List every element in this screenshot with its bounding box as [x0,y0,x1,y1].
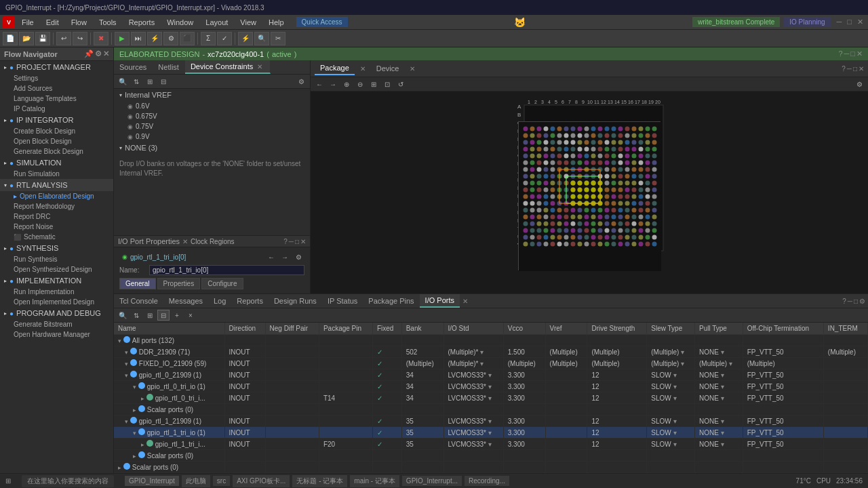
slew-dropdown[interactable]: ▾ [681,360,684,367]
section-title-sim[interactable]: ▸ ● SIMULATION [0,157,113,169]
flow-gen-bitstream[interactable]: Generate Bitstream [0,319,113,329]
expand-toggle[interactable]: ▸ [118,464,121,471]
table-row[interactable]: ▸ Scalar ports (0) [114,462,868,473]
table-row[interactable]: ▾ gpio_rtl_0_tri_io (1)INOUT✓34LVCMOS33*… [114,381,868,392]
internal-vref-group[interactable]: ▾ Internal VREF [114,89,310,101]
prop-tab-properties[interactable]: Properties [157,278,201,289]
step-btn[interactable]: ⏭ [131,32,146,45]
check-btn[interactable]: ✓ [217,32,232,45]
io-props-close2[interactable]: ✕ [300,238,306,245]
flow-gen-block[interactable]: Generate Block Design [0,146,113,157]
slew-dropdown[interactable]: ▾ [673,394,677,402]
col-neg-diff[interactable]: Neg Diff Pair [265,323,319,335]
io-planning-btn[interactable]: IO Planning [784,17,830,27]
expand-toggle[interactable]: ▾ [125,372,128,379]
panel-minimize[interactable]: ─ [835,18,844,26]
section-title-prog[interactable]: ▸ ● PROGRAM AND DEBUG [0,307,113,319]
col-drive[interactable]: Drive Strength [587,323,647,335]
menu-edit[interactable]: Edit [41,17,64,28]
flow-report-method[interactable]: Report Methodology [0,201,113,211]
flow-add-sources[interactable]: Add Sources [0,83,113,94]
pkg-minimize[interactable]: ─ [847,65,852,73]
tab-device[interactable]: Device [371,62,405,75]
table-row[interactable]: ▾ gpio_rtl_0_21909 (1)INOUT✓34LVCMOS33* … [114,369,868,381]
voltage-09[interactable]: ◉ 0.9V [114,131,310,142]
table-row[interactable]: ▾ All ports (132) [114,335,868,346]
flow-report-drc[interactable]: Report DRC [0,211,113,222]
name-input[interactable]: gpio_rtl_1_tri_io[0] [149,265,304,275]
bottom-float[interactable]: □ [854,298,858,305]
slew-dropdown[interactable]: ▾ [673,418,677,425]
table-row[interactable]: ▸ Scalar ports (0) [114,450,868,462]
stop-btn[interactable]: ✖ [94,32,108,45]
bottom-settings[interactable]: ⚙ [859,298,865,305]
synth-btn[interactable]: ⚡ [147,32,162,45]
table-row[interactable]: ▾ FIXED_IO_21909 (59)INOUT✓(Multiple)(Mu… [114,358,868,369]
taskbar-gpio[interactable]: GPIO_Interrupt [125,476,179,486]
section-title-ip[interactable]: ▸ ● IP INTEGRATOR [0,114,113,126]
col-offchip[interactable]: Off-Chip Termination [743,323,823,335]
device-tab-close[interactable]: ✕ [410,65,415,73]
redo-btn[interactable]: ↪ [73,32,87,45]
flow-ip-catalog[interactable]: IP Catalog [0,104,113,114]
slew-dropdown[interactable]: ▾ [673,429,677,436]
section-title-impl[interactable]: ▸ ● IMPLEMENTATION [0,274,113,287]
none-folder[interactable]: ▾ NONE (3) [114,142,310,154]
table-row[interactable]: ▸ gpio_rtl_1_tri_i...INOUTF20✓35LVCMOS33… [114,439,868,450]
write-bitstream-btn[interactable]: write_bitstream Complete [692,17,780,27]
flow-open-elab[interactable]: ▸ Open Elaborated Design [0,191,113,201]
prop-tab-general[interactable]: General [119,278,156,289]
sort-constraints[interactable]: ⇅ [130,76,142,87]
pull-dropdown[interactable]: ▾ [721,371,724,379]
io-std-dropdown[interactable]: ▾ [488,371,492,379]
save-btn[interactable]: 💾 [35,32,50,45]
io-std-dropdown[interactable]: ▾ [480,360,484,367]
elab-minimize[interactable]: ─ [844,49,850,58]
quick-access-btn[interactable]: Quick Access [296,17,348,27]
pull-dropdown[interactable]: ▾ [721,348,724,356]
flow-run-impl[interactable]: Run Implementation [0,287,113,297]
expand-constraints[interactable]: ⊞ [144,76,156,87]
menu-flow[interactable]: Flow [66,17,92,28]
table-row[interactable]: ▾ gpio_rtl_1_21909 (1)INOUT✓35LVCMOS33* … [114,415,868,427]
pkg-zoom-in[interactable]: ⊕ [340,79,353,89]
col-in-term[interactable]: IN_TERM [823,323,867,335]
undo-btn[interactable]: ↩ [56,32,71,45]
expand-toggle[interactable]: ▾ [125,361,128,367]
port-nav-back[interactable]: ← [265,251,277,262]
pkg-tab-sep[interactable]: ✕ [360,65,366,73]
port-entry[interactable]: ◉ gpio_rtl_1_tri_io[0] [119,252,189,262]
taskbar-pc[interactable]: 此电脑 [182,475,210,487]
menu-layout[interactable]: Layout [200,17,233,28]
flow-open-block[interactable]: Open Block Design [0,136,113,146]
run-btn[interactable]: ▶ [115,32,130,45]
taskbar-axi[interactable]: AXI GPIO板卡... [233,475,290,487]
elab-help[interactable]: ? [838,49,842,58]
search-constraints[interactable]: 🔍 [117,76,129,87]
io-expand[interactable]: ⊞ [144,310,156,321]
table-row[interactable]: ▾ gpio_rtl_1_tri_io (1)INOUT✓35LVCMOS33*… [114,427,868,439]
col-slew[interactable]: Slew Type [647,323,695,335]
elab-close[interactable]: ✕ [856,49,863,58]
collapse-constraints[interactable]: ⊟ [157,76,170,87]
pkg-full[interactable]: ⊡ [381,79,393,89]
pull-dropdown[interactable]: ▾ [729,360,732,367]
pkg-nav-fwd[interactable]: → [327,79,339,89]
expand-toggle[interactable]: ▾ [118,338,121,344]
menu-view[interactable]: View [235,17,262,28]
slew-dropdown[interactable]: ▾ [681,348,684,356]
section-title-project[interactable]: ▸ ● PROJECT MANAGER [0,61,113,73]
expand-toggle[interactable]: ▸ [133,407,136,413]
tab-tcl[interactable]: Tcl Console [114,295,163,307]
flow-nav-pin[interactable]: 📌 [84,49,94,58]
pkg-help[interactable]: ? [842,65,846,73]
col-io-std[interactable]: I/O Std [443,323,503,335]
prog-btn[interactable]: ⚡ [238,32,253,45]
taskbar-gpio2[interactable]: GPIO_Interrupt... [402,476,462,486]
io-std-dropdown[interactable]: ▾ [488,383,492,390]
package-view[interactable]: A B C D E F G H J K L M N [311,92,868,293]
debug-btn[interactable]: 🔍 [254,32,269,45]
port-nav-fwd[interactable]: → [279,251,291,262]
col-vref[interactable]: Vref [545,323,587,335]
menu-reports[interactable]: Reports [123,17,161,28]
